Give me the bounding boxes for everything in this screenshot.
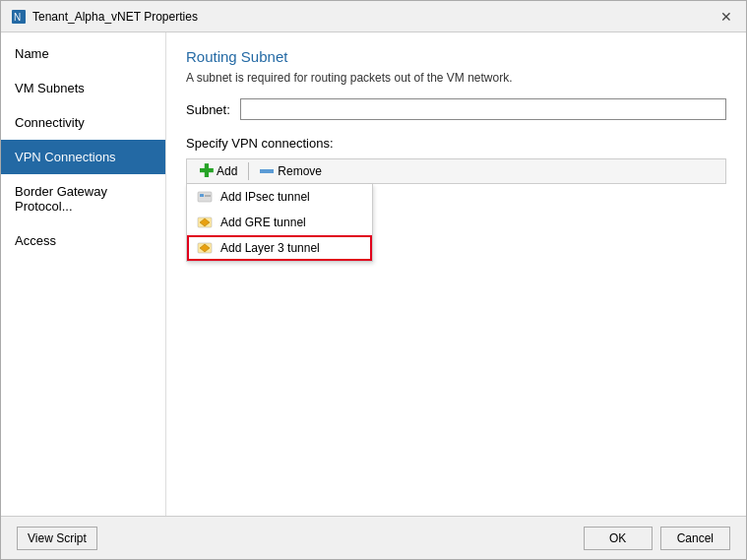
properties-dialog: N Tenant_Alpha_vNET Properties ✕ Name VM… — [0, 0, 747, 560]
dialog-icon: N — [11, 9, 27, 25]
title-bar: N Tenant_Alpha_vNET Properties ✕ — [1, 1, 746, 32]
view-script-button[interactable]: View Script — [17, 527, 97, 550]
sidebar-item-border-gateway[interactable]: Border Gateway Protocol... — [1, 174, 165, 223]
subnet-input[interactable] — [240, 98, 726, 120]
toolbar-separator — [248, 162, 249, 180]
sidebar-item-vpn-connections[interactable]: VPN Connections — [1, 140, 165, 174]
svg-text:N: N — [14, 12, 21, 23]
title-bar-left: N Tenant_Alpha_vNET Properties — [11, 9, 198, 25]
remove-label: Remove — [278, 164, 322, 178]
sidebar-item-name[interactable]: Name — [1, 36, 165, 71]
layer3-label: Add Layer 3 tunnel — [220, 241, 320, 255]
ipsec-icon — [197, 189, 213, 205]
sidebar: Name VM Subnets Connectivity VPN Connect… — [1, 32, 166, 516]
subnet-row: Subnet: — [186, 98, 726, 120]
close-button[interactable]: ✕ — [716, 7, 736, 27]
dropdown-item-ipsec[interactable]: Add IPsec tunnel — [187, 184, 372, 210]
cancel-button[interactable]: Cancel — [660, 527, 730, 550]
sidebar-item-connectivity[interactable]: Connectivity — [1, 105, 165, 140]
add-button[interactable]: ✚ Add — [193, 162, 243, 180]
footer-left: View Script — [17, 527, 97, 550]
vpn-section-label: Specify VPN connections: — [186, 136, 726, 151]
gre-icon — [197, 215, 213, 230]
ok-button[interactable]: OK — [584, 527, 653, 550]
svg-rect-2 — [198, 192, 212, 202]
dialog-body: Name VM Subnets Connectivity VPN Connect… — [1, 32, 746, 516]
sidebar-item-access[interactable]: Access — [1, 223, 165, 258]
remove-button[interactable]: Remove — [254, 162, 328, 180]
dialog-footer: View Script OK Cancel — [1, 516, 746, 559]
toolbar: ✚ Add Remove — [186, 158, 726, 184]
add-label: Add — [217, 164, 237, 178]
dialog-title: Tenant_Alpha_vNET Properties — [32, 10, 198, 24]
ipsec-label: Add IPsec tunnel — [220, 190, 310, 204]
section-desc: A subnet is required for routing packets… — [186, 71, 726, 85]
main-content: Routing Subnet A subnet is required for … — [166, 32, 746, 516]
dropdown-item-layer3[interactable]: Add Layer 3 tunnel — [187, 235, 372, 261]
subnet-label: Subnet: — [186, 102, 230, 117]
remove-icon — [260, 169, 274, 173]
sidebar-item-vm-subnets[interactable]: VM Subnets — [1, 71, 165, 105]
svg-rect-3 — [200, 194, 204, 197]
add-icon: ✚ — [199, 164, 213, 178]
dropdown-container: Add IPsec tunnel Add GRE tunnel — [186, 184, 373, 262]
footer-right: OK Cancel — [584, 527, 730, 550]
section-title: Routing Subnet — [186, 48, 726, 65]
gre-label: Add GRE tunnel — [220, 216, 306, 229]
layer3-icon — [197, 240, 213, 256]
dropdown-item-gre[interactable]: Add GRE tunnel — [187, 210, 372, 235]
